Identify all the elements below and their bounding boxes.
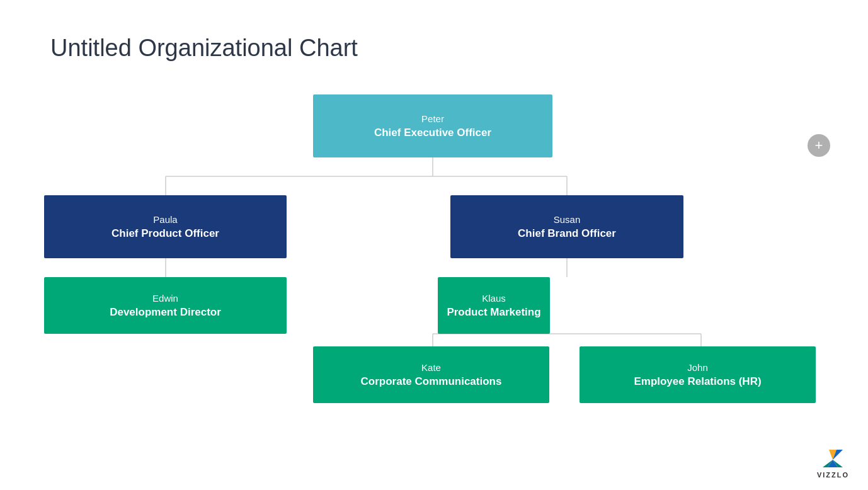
john-title: Employee Relations (HR) <box>634 375 761 388</box>
paula-name: Paula <box>153 214 177 225</box>
susan-title: Chief Brand Officer <box>518 227 616 240</box>
kate-name: Kate <box>421 362 441 373</box>
node-john[interactable]: John Employee Relations (HR) <box>580 346 816 403</box>
vizzlo-label: VIZZLO <box>817 471 849 479</box>
vizzlo-logo: VIZZLO <box>817 447 849 479</box>
klaus-title: Product Marketing <box>447 306 540 319</box>
peter-name: Peter <box>421 113 444 124</box>
john-name: John <box>687 362 708 373</box>
edwin-title: Development Director <box>110 306 221 319</box>
page-title: Untitled Organizational Chart <box>50 35 358 62</box>
node-edwin[interactable]: Edwin Development Director <box>44 277 287 334</box>
susan-name: Susan <box>554 214 581 225</box>
node-klaus[interactable]: Klaus Product Marketing <box>438 277 550 334</box>
klaus-name: Klaus <box>482 293 506 304</box>
vizzlo-logo-icon <box>820 447 845 470</box>
peter-title: Chief Executive Officer <box>374 127 491 139</box>
paula-title: Chief Product Officer <box>111 227 219 240</box>
node-kate[interactable]: Kate Corporate Communications <box>313 346 549 403</box>
edwin-name: Edwin <box>152 293 178 304</box>
kate-title: Corporate Communications <box>361 375 502 388</box>
node-susan[interactable]: Susan Chief Brand Officer <box>450 195 683 258</box>
add-button[interactable]: + <box>808 134 830 157</box>
node-peter[interactable]: Peter Chief Executive Officer <box>313 94 552 157</box>
node-paula[interactable]: Paula Chief Product Officer <box>44 195 287 258</box>
